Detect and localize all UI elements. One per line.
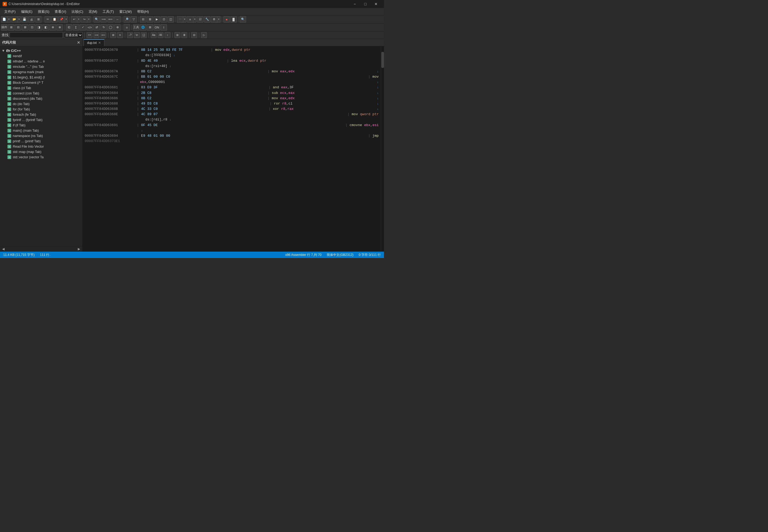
filter-button[interactable]: ▽ xyxy=(130,16,137,23)
tb2-c[interactable]: ⊠ xyxy=(22,24,28,31)
find-button[interactable]: 🔍 xyxy=(93,16,100,23)
open-dropdown-arrow[interactable]: ▼ xyxy=(17,16,20,23)
tb2-on[interactable]: ON xyxy=(154,24,160,31)
tb-plugin-button[interactable]: 🔧 xyxy=(204,16,211,23)
plugin-dropdown-arrow[interactable]: ▼ xyxy=(217,16,220,23)
search-loop-button[interactable]: ⟸ xyxy=(100,32,106,38)
csv-button[interactable]: ≡ xyxy=(187,16,193,23)
tree-item-disconnect[interactable]: S disconnect (dis Tab) xyxy=(0,96,82,101)
search-dot-button[interactable]: .-? xyxy=(127,32,133,38)
tree-item-block-comment[interactable]: S Block Comment (/* T xyxy=(0,80,82,85)
tb2-f[interactable]: ◧ xyxy=(43,24,49,31)
tb2-l[interactable]: ⊗ xyxy=(114,24,121,31)
tb2-i[interactable]: ⇄ xyxy=(93,24,100,31)
menu-view[interactable]: 查看(V) xyxy=(52,8,69,15)
tb2-a[interactable]: ⊞ xyxy=(8,24,14,31)
search-more-button[interactable]: ⊞ xyxy=(174,32,180,38)
tree-item-do[interactable]: S do (do Tab) xyxy=(0,101,82,107)
more-dropdown[interactable]: ⋯ ▼ xyxy=(177,16,186,23)
tree-item-fprintf[interactable]: S fprintf ... (fprintf Tab) xyxy=(0,117,82,123)
web-button[interactable]: 🌐 xyxy=(140,24,146,31)
paste-button[interactable]: 📌 xyxy=(59,16,64,23)
tb-btn-b[interactable]: ⊠ xyxy=(147,16,153,23)
tree-item-printf[interactable]: S printf ... (printf Tab) xyxy=(0,139,82,144)
tools-label[interactable]: 工具 xyxy=(133,24,139,31)
tb-btn-a[interactable]: ⊟ xyxy=(140,16,146,23)
redo-dropdown-arrow[interactable]: ▼ xyxy=(87,16,90,23)
tree-item-stdmap[interactable]: S std::map (map Tab) xyxy=(0,149,82,155)
code-button[interactable]: </> xyxy=(86,24,93,31)
new-dropdown-arrow[interactable]: ▼ xyxy=(7,16,10,23)
print2-button[interactable]: ⊞ xyxy=(35,16,42,23)
search-end-button[interactable]: ▷ xyxy=(201,32,207,38)
search-dir-button[interactable]: ↕ xyxy=(164,32,170,38)
search-list-button[interactable]: ≡ xyxy=(117,32,123,38)
sidebar-close-button[interactable]: ✕ xyxy=(77,40,80,45)
search-input[interactable] xyxy=(10,32,63,38)
open-button[interactable]: 📂 xyxy=(11,16,17,23)
menu-file[interactable]: 文件(F) xyxy=(2,8,18,15)
tree-item-ifndef[interactable]: S ¤ifndef ... ¤define ... ¤ xyxy=(0,59,82,64)
stop-button[interactable]: ■ xyxy=(224,16,230,23)
search-prev-button[interactable]: >> xyxy=(86,32,92,38)
tb2-d[interactable]: ⊡ xyxy=(29,24,35,31)
macro-run-button[interactable]: ▐▌ xyxy=(230,16,237,23)
save-button[interactable]: 💾 xyxy=(21,16,28,23)
snippet-button[interactable]: 插件 xyxy=(1,24,7,31)
menu-help[interactable]: 帮助(H) xyxy=(134,8,151,15)
menu-compare[interactable]: 比较(C) xyxy=(69,8,86,15)
search-extract-button[interactable]: ⊟ xyxy=(191,32,197,38)
maximize-button[interactable]: □ xyxy=(360,0,371,8)
tree-item-foreach[interactable]: S foreach (fe Tab) xyxy=(0,112,82,117)
tree-item-read-file[interactable]: S Read File Into Vector xyxy=(0,144,82,149)
undo-dropdown[interactable]: ↩ ▼ xyxy=(71,16,80,23)
check2-button[interactable]: ✓ xyxy=(80,24,86,31)
search-type-select[interactable]: 普通搜索 xyxy=(64,32,82,38)
scrollbar-thumb[interactable] xyxy=(381,52,384,68)
tb2-m[interactable]: ⌾ xyxy=(123,24,130,31)
undo-dropdown-arrow[interactable]: ▼ xyxy=(77,16,80,23)
menu-macro[interactable]: 宏(M) xyxy=(86,8,100,15)
menu-edit[interactable]: 编辑(E) xyxy=(18,8,35,15)
tree-group-header[interactable]: ▼ 🗁 C/C++ xyxy=(0,48,82,53)
sidebar-scroll-right[interactable]: ▶ xyxy=(78,247,80,251)
tb-btn-e[interactable]: ◫ xyxy=(167,16,174,23)
tb2-b[interactable]: ⊟ xyxy=(15,24,21,31)
code-view[interactable]: 00007FF84DD63670 | 8B 14 25 30 03 FE 7F … xyxy=(82,46,381,252)
align-right[interactable]: 右 xyxy=(66,24,72,31)
tree-item-class[interactable]: S class (cl Tab xyxy=(0,85,82,91)
sidebar-scroll-left[interactable]: ◀ xyxy=(2,247,5,251)
tree-item-endif[interactable]: S ¤endif xyxy=(0,53,82,59)
tb-btn-d[interactable]: ⊡ xyxy=(160,16,167,23)
open-dropdown[interactable]: 📂 ▼ xyxy=(11,16,21,23)
more-dropdown-arrow[interactable]: ▼ xyxy=(183,16,186,23)
tb2-o[interactable]: I xyxy=(160,24,167,31)
redo-button[interactable]: ↪ xyxy=(81,16,87,23)
search-bracket-button[interactable]: [,] xyxy=(141,32,147,38)
undo-button[interactable]: ↩ xyxy=(71,16,77,23)
paste-dropdown[interactable]: 📌 ▼ xyxy=(58,16,68,23)
find-all-button[interactable]: 🔎 xyxy=(123,16,130,23)
menu-search[interactable]: 搜索(S) xyxy=(35,8,52,15)
tb-btn-c[interactable]: ▶ xyxy=(154,16,160,23)
more-button[interactable]: ⋯ xyxy=(177,16,183,23)
search-case-button[interactable]: Aa xyxy=(151,32,156,38)
tb-check-button[interactable]: ☑ xyxy=(197,16,204,23)
menu-tools[interactable]: 工具(T) xyxy=(100,8,117,15)
tree-item-connect[interactable]: S connect (con Tab) xyxy=(0,91,82,96)
copy-button[interactable]: 📋 xyxy=(51,16,58,23)
search-lines-button[interactable]: ≣ xyxy=(181,32,187,38)
cut-button[interactable]: ✂ xyxy=(44,16,51,23)
sum-button[interactable]: Σ xyxy=(73,24,79,31)
tb2-n[interactable]: ⊞ xyxy=(147,24,153,31)
tree-item-namespace[interactable]: S namespace (ns Tab) xyxy=(0,133,82,139)
tb2-k[interactable]: ◯ xyxy=(107,24,114,31)
minimize-button[interactable]: − xyxy=(349,0,360,8)
redo-dropdown[interactable]: ↪ ▼ xyxy=(81,16,90,23)
menu-window[interactable]: 窗口(W) xyxy=(117,8,134,15)
tree-item-begin-end[interactable]: S $1.begin(), $1.end() (l xyxy=(0,75,82,80)
plugin-dropdown[interactable]: ⚙ ▼ xyxy=(211,16,221,23)
tree-item-include[interactable]: S ¤include "..." (inc Tab xyxy=(0,64,82,69)
tb2-e[interactable]: ◨ xyxy=(36,24,42,31)
print-button[interactable]: 🖨 xyxy=(28,16,35,23)
